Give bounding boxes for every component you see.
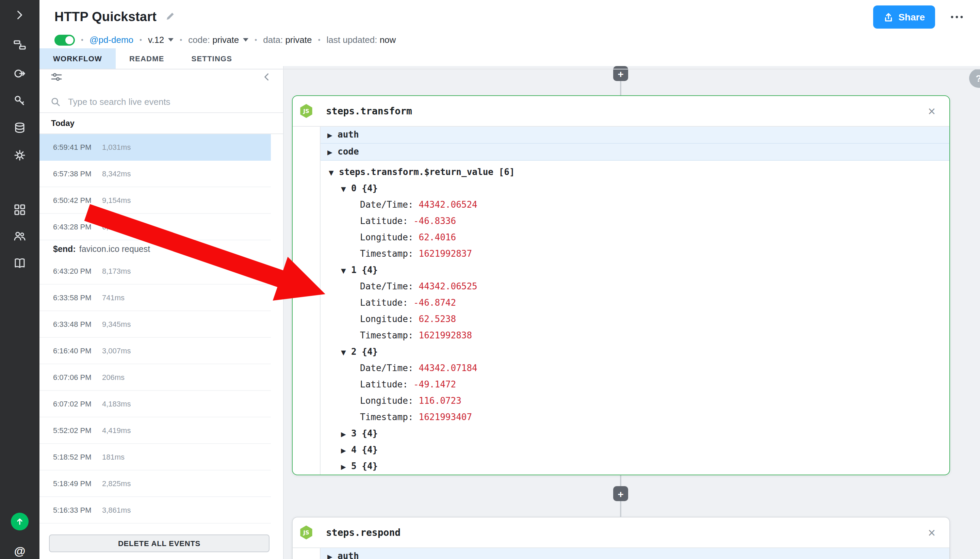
event-row[interactable]: 6:57:38 PM8,342ms [40, 161, 271, 187]
edit-title-button[interactable] [165, 10, 176, 24]
tab-bar: WORKFLOW README SETTINGS [40, 48, 980, 69]
last-updated: last updated: now [327, 35, 396, 45]
array-item-row[interactable]: 3 {4} [329, 425, 949, 442]
support-button[interactable]: @ [0, 538, 40, 559]
event-search-input[interactable] [67, 96, 272, 107]
chevron-down-icon [168, 38, 173, 41]
event-row[interactable]: 6:33:58 PM741ms [40, 284, 271, 311]
docs-button[interactable] [0, 250, 40, 277]
add-step-button-middle[interactable]: + [613, 486, 628, 501]
version-dropdown[interactable]: v.12 [148, 35, 173, 45]
data-stores-button[interactable] [0, 114, 40, 142]
event-time: 6:59:41 PM [53, 143, 102, 151]
event-time: 6:16:40 PM [53, 347, 102, 355]
workflow-title: HTTP Quickstart [54, 10, 157, 25]
deploy-toggle[interactable] [54, 35, 75, 45]
data-stores-icon [13, 121, 26, 135]
event-sources-button[interactable] [0, 60, 40, 87]
delete-all-events-button[interactable]: DELETE ALL EVENTS [49, 534, 269, 552]
array-item-row[interactable]: 0 {4} [329, 180, 949, 197]
workflows-button[interactable] [0, 31, 40, 59]
collapsed-triangle-icon [341, 459, 351, 475]
field-key: Date/Time: [360, 281, 413, 291]
return-value-row[interactable]: steps.transform.$return_value [6] [329, 164, 949, 180]
help-button[interactable]: ? [969, 69, 980, 88]
section-row-auth[interactable]: auth [320, 548, 949, 559]
event-duration: 8,173ms [102, 267, 131, 275]
event-time: 5:16:33 PM [53, 506, 102, 514]
field-key: Latitude: [360, 298, 408, 308]
section-label: auth [338, 551, 359, 559]
event-duration: 8,342ms [102, 170, 131, 178]
chevron-down-icon [243, 38, 248, 41]
event-row[interactable]: 6:07:06 PM206ms [40, 364, 271, 391]
item-index: 5 [351, 461, 356, 471]
event-row[interactable]: 6:59:41 PM1,031ms [40, 134, 271, 161]
expand-sidebar-button[interactable] [0, 2, 40, 28]
close-step-button[interactable]: × [925, 104, 939, 117]
search-icon [50, 96, 61, 107]
share-button[interactable]: Share [873, 5, 935, 28]
event-list: 6:59:41 PM1,031ms6:57:38 PM8,342ms6:50:4… [40, 134, 283, 529]
step-card-transform[interactable]: JS steps.transform × authcode steps.tran… [292, 95, 950, 475]
event-row[interactable]: 6:43:20 PM8,173ms [40, 258, 271, 284]
event-row[interactable]: 5:16:33 PM3,861ms [40, 497, 271, 524]
array-length-badge: [6] [493, 167, 515, 177]
collapsed-triangle-icon [341, 443, 351, 459]
whats-new-button[interactable] [0, 508, 40, 535]
docs-book-icon [13, 257, 26, 270]
collapse-panel-button[interactable] [261, 71, 272, 85]
event-row[interactable]: 5:18:49 PM2,825ms [40, 470, 271, 497]
settings-button[interactable] [0, 142, 40, 169]
array-item-row[interactable]: 5 {4} [329, 458, 949, 475]
updated-value: now [380, 35, 396, 45]
code-visibility-dropdown[interactable]: code: private [188, 35, 248, 45]
filter-events-button[interactable] [50, 71, 63, 86]
field-key: Longitude: [360, 232, 413, 242]
event-row[interactable]: 5:18:52 PM181ms [40, 444, 271, 470]
separator-dot: • [318, 36, 320, 44]
event-row[interactable]: 6:50:42 PM9,154ms [40, 187, 271, 214]
array-item-row[interactable]: 4 {4} [329, 442, 949, 458]
event-row[interactable]: 6:07:02 PM4,183ms [40, 391, 271, 417]
event-time: 5:52:02 PM [53, 426, 102, 434]
owner-link[interactable]: @pd-demo [89, 35, 134, 45]
step-card-respond[interactable]: JS steps.respond × auth [292, 517, 950, 559]
tab-readme[interactable]: README [116, 48, 178, 69]
tab-settings[interactable]: SETTINGS [178, 48, 246, 69]
pipedream-app: @ HTTP Quickstart Share • @pd-demo • v.1… [0, 0, 980, 559]
expanded-triangle-icon [341, 263, 351, 279]
field-value: 44342.06524 [419, 200, 477, 210]
tab-workflow[interactable]: WORKFLOW [40, 48, 116, 69]
array-item-row[interactable]: 2 {4} [329, 344, 949, 360]
field-row: Timestamp:1621993407 [329, 409, 949, 425]
whats-new-icon [11, 513, 28, 531]
share-label: Share [898, 12, 925, 23]
event-row[interactable]: 6:43:28 PM6,293ms [40, 214, 271, 240]
item-size-badge: {4} [356, 265, 378, 275]
section-row-auth[interactable]: auth [320, 127, 949, 144]
more-menu-button[interactable] [950, 15, 964, 19]
apps-button[interactable] [0, 196, 40, 223]
event-row-end[interactable]: $end:favicon.ico request [40, 240, 271, 258]
item-index: 2 [351, 347, 356, 357]
field-row: Date/Time:44342.06525 [329, 278, 949, 295]
toggle-knob [65, 36, 74, 44]
meta-row: • @pd-demo • v.12 • code: private • data… [40, 31, 980, 48]
event-duration: 3,861ms [102, 506, 131, 514]
close-step-button[interactable]: × [925, 526, 939, 539]
section-row-code[interactable]: code [320, 144, 949, 161]
event-row[interactable]: 6:16:40 PM3,007ms [40, 338, 271, 364]
array-item-row[interactable]: 1 {4} [329, 262, 949, 278]
connections-button[interactable] [0, 87, 40, 114]
field-value: 1621992837 [419, 248, 472, 259]
settings-gear-icon [13, 149, 26, 162]
event-row[interactable]: 6:33:48 PM9,345ms [40, 311, 271, 338]
collapsed-triangle-icon [327, 549, 338, 559]
community-button[interactable] [0, 223, 40, 250]
end-keyword: $end: [53, 245, 76, 254]
events-panel: Today 6:59:41 PM1,031ms6:57:38 PM8,342ms… [40, 66, 284, 559]
field-key: Timestamp: [360, 412, 413, 422]
item-index: 4 [351, 445, 356, 455]
event-row[interactable]: 5:52:02 PM4,419ms [40, 417, 271, 444]
